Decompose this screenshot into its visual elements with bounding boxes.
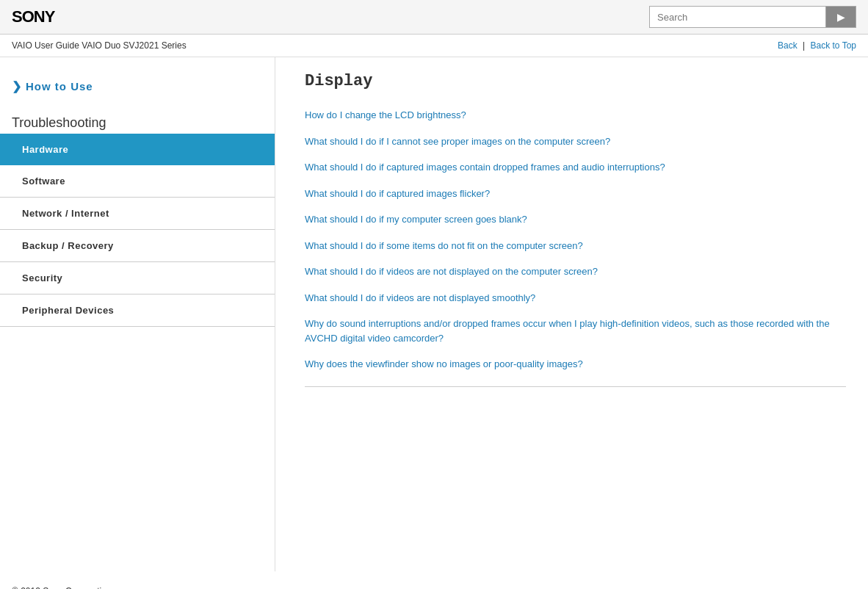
main-layout: ❯ How to Use Troubleshooting Hardware So… — [0, 57, 868, 571]
content-divider — [305, 386, 846, 387]
content-area: Display How do I change the LCD brightne… — [275, 57, 868, 571]
content-link-9[interactable]: Why do sound interruptions and/or droppe… — [305, 317, 846, 345]
content-link-6[interactable]: What should I do if some items do not fi… — [305, 239, 846, 253]
troubleshooting-heading: Troubleshooting — [0, 108, 275, 134]
header: SONY ▶ — [0, 0, 868, 35]
content-link-7[interactable]: What should I do if videos are not displ… — [305, 264, 846, 279]
content-link-5[interactable]: What should I do if my computer screen g… — [305, 212, 846, 227]
back-link[interactable]: Back — [778, 40, 798, 51]
copyright-text: © 2012 Sony Corporation — [12, 586, 112, 589]
content-link-8[interactable]: What should I do if videos are not displ… — [305, 291, 846, 306]
content-link-2[interactable]: What should I do if I cannot see proper … — [305, 134, 846, 149]
sony-logo: SONY — [12, 7, 54, 26]
sidebar-item-backup[interactable]: Backup / Recovery — [0, 230, 275, 262]
sidebar-item-peripheral[interactable]: Peripheral Devices — [0, 294, 275, 327]
breadcrumb: VAIO User Guide VAIO Duo SVJ2021 Series — [12, 40, 187, 51]
sidebar: ❯ How to Use Troubleshooting Hardware So… — [0, 57, 275, 571]
sidebar-item-hardware[interactable]: Hardware — [0, 134, 275, 165]
nav-links: Back | Back to Top — [778, 40, 856, 51]
search-input[interactable] — [649, 6, 825, 28]
how-to-use-label[interactable]: How to Use — [26, 80, 93, 93]
content-link-10[interactable]: Why does the viewfinder show no images o… — [305, 357, 846, 372]
page-title: Display — [305, 72, 846, 90]
back-to-top-link[interactable]: Back to Top — [811, 40, 856, 51]
content-link-3[interactable]: What should I do if captured images cont… — [305, 160, 846, 175]
content-link-4[interactable]: What should I do if captured images flic… — [305, 187, 846, 201]
subheader: VAIO User Guide VAIO Duo SVJ2021 Series … — [0, 35, 868, 57]
content-link-1[interactable]: How do I change the LCD brightness? — [305, 108, 846, 123]
how-to-use-arrow-icon: ❯ — [12, 79, 21, 93]
sidebar-item-network[interactable]: Network / Internet — [0, 198, 275, 230]
sidebar-item-security[interactable]: Security — [0, 262, 275, 294]
search-area: ▶ — [649, 6, 856, 28]
search-button[interactable]: ▶ — [825, 6, 856, 28]
footer: © 2012 Sony Corporation — [0, 571, 868, 589]
search-icon: ▶ — [837, 11, 845, 23]
sidebar-item-software[interactable]: Software — [0, 165, 275, 198]
nav-separator: | — [803, 40, 807, 51]
how-to-use-section[interactable]: ❯ How to Use — [0, 72, 275, 108]
